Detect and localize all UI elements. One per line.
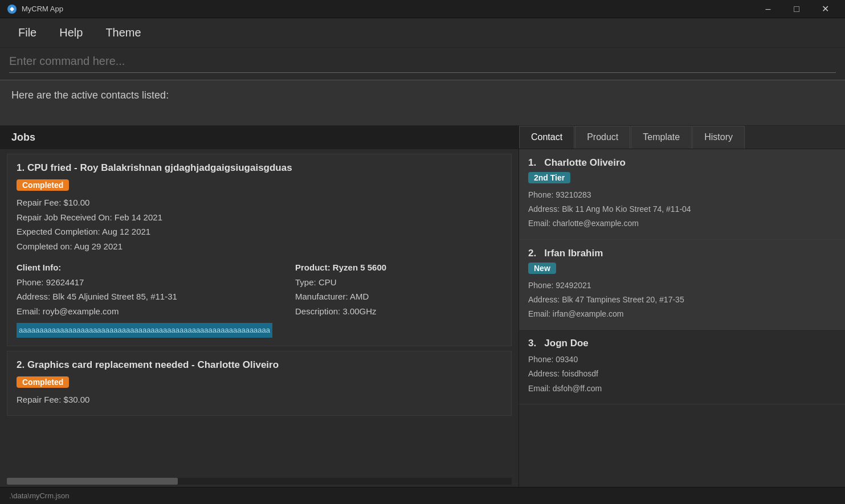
command-input[interactable] bbox=[9, 55, 836, 68]
job-details-2: Repair Fee: $30.00 bbox=[17, 392, 502, 407]
jobs-header: Jobs bbox=[0, 126, 519, 149]
command-underline bbox=[9, 72, 836, 73]
overflow-text-1: aaaaaaaaaaaaaaaaaaaaaaaaaaaaaaaaaaaaaaaa… bbox=[17, 323, 272, 338]
client-phone-1: Phone: 92624417 bbox=[17, 275, 272, 290]
right-panel: Contact Product Template History 1. Char… bbox=[519, 126, 845, 487]
menu-theme[interactable]: Theme bbox=[96, 22, 150, 44]
status-bar: .\data\myCrm.json bbox=[0, 487, 845, 504]
horizontal-scroll-thumb bbox=[7, 478, 178, 485]
contact-address-2: Address: Blk 47 Tampines Street 20, #17-… bbox=[528, 293, 836, 307]
job-title-2: 2. Graphics card replacement needed - Ch… bbox=[17, 359, 502, 371]
job-badge-2: Completed bbox=[17, 376, 69, 388]
horizontal-scrollbar[interactable] bbox=[7, 478, 512, 485]
title-bar-controls: – □ ✕ bbox=[755, 0, 838, 18]
job-completed-on-1: Completed on: Aug 29 2021 bbox=[17, 239, 502, 254]
contact-details-1: Phone: 93210283 Address: Blk 11 Ang Mo K… bbox=[528, 188, 836, 231]
client-info-1: Client Info: Phone: 92624417 Address: Bl… bbox=[17, 260, 272, 338]
contact-name-3: 3. Jogn Doe bbox=[528, 338, 836, 349]
job-badge-1: Completed bbox=[17, 179, 69, 191]
product-manufacturer-1: Manufacturer: AMD bbox=[295, 289, 386, 304]
client-address-1: Address: Blk 45 Aljunied Street 85, #11-… bbox=[17, 289, 272, 304]
contacts-banner-text: Here are the active contacts listed: bbox=[11, 89, 169, 101]
contact-email-3: Email: dsfoh@ff.com bbox=[528, 382, 836, 396]
contact-name-1: 1. Charlotte Oliveiro bbox=[528, 157, 836, 169]
tab-product[interactable]: Product bbox=[575, 126, 630, 149]
title-bar: MyCRM App – □ ✕ bbox=[0, 0, 845, 18]
job-received-1: Repair Job Received On: Feb 14 2021 bbox=[17, 210, 502, 225]
minimize-button[interactable]: – bbox=[755, 0, 781, 18]
contact-details-3: Phone: 09340 Address: foisdhosdf Email: … bbox=[528, 353, 836, 396]
job-repair-fee-1: Repair Fee: $10.00 bbox=[17, 195, 502, 210]
contact-badge-1: 2nd Tier bbox=[528, 172, 570, 183]
client-email-1: Email: royb@example.com bbox=[17, 304, 272, 319]
contact-address-3: Address: foisdhosdf bbox=[528, 367, 836, 381]
contact-phone-1: Phone: 93210283 bbox=[528, 188, 836, 202]
app-title: MyCRM App bbox=[22, 5, 63, 13]
product-title-1: Product: Ryzen 5 5600 bbox=[295, 260, 386, 275]
contact-card-2[interactable]: 2. Irfan Ibrahim New Phone: 92492021 Add… bbox=[519, 240, 845, 330]
product-info-1: Product: Ryzen 5 5600 Type: CPU Manufact… bbox=[295, 260, 386, 338]
contact-address-1: Address: Blk 11 Ang Mo Kio Street 74, #1… bbox=[528, 202, 836, 216]
contacts-banner: Here are the active contacts listed: bbox=[0, 80, 845, 126]
contact-email-1: Email: charlotte@example.com bbox=[528, 216, 836, 231]
job-bottom-1: Client Info: Phone: 92624417 Address: Bl… bbox=[17, 260, 502, 338]
contact-badge-2: New bbox=[528, 263, 556, 274]
job-card-1[interactable]: 1. CPU fried - Roy Balakrishnan gjdaghja… bbox=[7, 154, 512, 346]
client-info-title-1: Client Info: bbox=[17, 260, 272, 275]
contact-phone-3: Phone: 09340 bbox=[528, 353, 836, 367]
product-type-1: Type: CPU bbox=[295, 275, 386, 290]
contact-card-3[interactable]: 3. Jogn Doe Phone: 09340 Address: foisdh… bbox=[519, 330, 845, 404]
close-button[interactable]: ✕ bbox=[812, 0, 838, 18]
contact-card-1[interactable]: 1. Charlotte Oliveiro 2nd Tier Phone: 93… bbox=[519, 149, 845, 240]
job-repair-fee-2: Repair Fee: $30.00 bbox=[17, 392, 502, 407]
job-expected-1: Expected Completion: Aug 12 2021 bbox=[17, 224, 502, 239]
jobs-panel: Jobs 1. CPU fried - Roy Balakrishnan gjd… bbox=[0, 126, 519, 487]
main-content: Jobs 1. CPU fried - Roy Balakrishnan gjd… bbox=[0, 126, 845, 487]
jobs-list[interactable]: 1. CPU fried - Roy Balakrishnan gjdaghja… bbox=[0, 149, 519, 478]
app-icon bbox=[7, 4, 17, 14]
tab-template[interactable]: Template bbox=[631, 126, 692, 149]
status-bar-text: .\data\myCrm.json bbox=[9, 491, 69, 500]
job-details-1: Repair Fee: $10.00 Repair Job Received O… bbox=[17, 195, 502, 253]
job-title-1: 1. CPU fried - Roy Balakrishnan gjdaghja… bbox=[17, 162, 502, 174]
tabs: Contact Product Template History bbox=[519, 126, 845, 149]
menu-bar: File Help Theme bbox=[0, 18, 845, 48]
menu-help[interactable]: Help bbox=[50, 22, 92, 44]
contact-list[interactable]: 1. Charlotte Oliveiro 2nd Tier Phone: 93… bbox=[519, 149, 845, 487]
contact-email-2: Email: irfan@example.com bbox=[528, 307, 836, 321]
contact-details-2: Phone: 92492021 Address: Blk 47 Tampines… bbox=[528, 278, 836, 322]
contact-name-2: 2. Irfan Ibrahim bbox=[528, 248, 836, 259]
tab-contact[interactable]: Contact bbox=[519, 126, 574, 149]
tab-history[interactable]: History bbox=[692, 126, 745, 149]
job-card-2[interactable]: 2. Graphics card replacement needed - Ch… bbox=[7, 351, 512, 416]
menu-file[interactable]: File bbox=[9, 22, 46, 44]
product-description-1: Description: 3.00GHz bbox=[295, 304, 386, 319]
command-bar bbox=[0, 48, 845, 80]
title-bar-left: MyCRM App bbox=[7, 4, 63, 14]
maximize-button[interactable]: □ bbox=[783, 0, 810, 18]
contact-phone-2: Phone: 92492021 bbox=[528, 278, 836, 293]
